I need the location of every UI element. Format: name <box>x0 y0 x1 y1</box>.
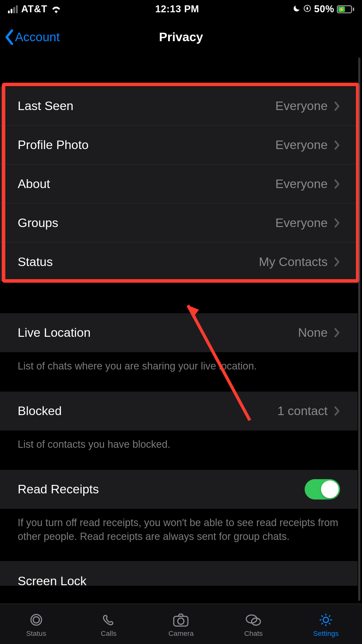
last-seen-label: Last Seen <box>18 99 73 113</box>
clock: 12:13 PM <box>62 3 293 15</box>
tab-settings-label: Settings <box>313 629 338 637</box>
tab-settings[interactable]: Settings <box>290 604 362 644</box>
groups-label: Groups <box>18 216 58 230</box>
status-label: Status <box>18 255 53 269</box>
status-bar: AT&T 12:13 PM 50% ⚡ <box>0 0 362 19</box>
tab-status-label: Status <box>26 629 46 637</box>
svg-point-3 <box>31 614 41 625</box>
screen-lock-row[interactable]: Screen Lock <box>0 561 358 586</box>
about-label: About <box>18 177 50 191</box>
live-location-row[interactable]: Live Location None <box>0 313 358 352</box>
last-seen-row[interactable]: Last Seen Everyone <box>0 87 358 126</box>
phone-icon <box>101 612 117 628</box>
status-icon <box>28 612 44 628</box>
chevron-right-icon <box>334 101 340 111</box>
nav-header: Account Privacy <box>0 19 362 56</box>
scroll-indicator <box>358 58 360 601</box>
back-label: Account <box>15 30 60 44</box>
svg-point-9 <box>323 617 329 622</box>
battery-icon: ⚡ <box>337 5 354 13</box>
blocked-footer: List of contacts you have blocked. <box>0 430 358 461</box>
live-location-label: Live Location <box>18 326 90 340</box>
camera-icon <box>172 612 190 628</box>
blocked-label: Blocked <box>18 404 62 418</box>
do-not-disturb-icon <box>293 3 301 15</box>
profile-photo-row[interactable]: Profile Photo Everyone <box>0 126 358 165</box>
wifi-icon <box>51 5 62 13</box>
tab-bar: Status Calls Camera Chats Settings <box>0 603 362 644</box>
chevron-right-icon <box>334 218 340 228</box>
chevron-left-icon <box>4 29 14 45</box>
groups-value: Everyone <box>275 216 327 230</box>
chevron-right-icon <box>334 179 340 189</box>
privacy-visibility-group: Last Seen Everyone Profile Photo Everyon… <box>0 87 358 281</box>
tab-chats-label: Chats <box>244 629 263 637</box>
read-receipts-row: Read Receipts <box>0 470 358 509</box>
tab-calls-label: Calls <box>101 629 117 637</box>
about-value: Everyone <box>275 177 327 191</box>
tab-camera[interactable]: Camera <box>145 604 217 644</box>
last-seen-value: Everyone <box>275 99 327 113</box>
gear-icon <box>318 612 334 628</box>
orientation-lock-icon <box>304 3 311 15</box>
blocked-value: 1 contact <box>277 404 328 418</box>
screen-lock-label: Screen Lock <box>18 575 86 586</box>
svg-point-6 <box>178 618 184 624</box>
chevron-right-icon <box>334 406 340 416</box>
tab-calls[interactable]: Calls <box>72 604 145 644</box>
profile-photo-label: Profile Photo <box>18 138 89 152</box>
live-location-footer: List of chats where you are sharing your… <box>0 352 358 383</box>
chevron-right-icon <box>334 140 340 150</box>
read-receipts-toggle[interactable] <box>304 479 340 500</box>
svg-point-4 <box>33 617 39 623</box>
tab-chats[interactable]: Chats <box>217 604 289 644</box>
read-receipts-footer: If you turn off read receipts, you won't… <box>0 509 358 553</box>
chevron-right-icon <box>334 328 340 338</box>
chevron-right-icon <box>334 257 340 267</box>
blocked-row[interactable]: Blocked 1 contact <box>0 391 358 430</box>
about-row[interactable]: About Everyone <box>0 164 358 203</box>
status-value: My Contacts <box>259 255 328 269</box>
profile-photo-value: Everyone <box>275 138 327 152</box>
chats-icon <box>244 612 262 628</box>
battery-percent: 50% <box>314 3 334 15</box>
tab-camera-label: Camera <box>168 629 194 637</box>
live-location-value: None <box>298 326 327 340</box>
carrier-label: AT&T <box>21 3 47 15</box>
cellular-signal-icon <box>8 5 18 13</box>
status-row[interactable]: Status My Contacts <box>0 242 358 281</box>
groups-row[interactable]: Groups Everyone <box>0 203 358 242</box>
tab-status[interactable]: Status <box>0 604 72 644</box>
read-receipts-label: Read Receipts <box>18 482 99 497</box>
page-title: Privacy <box>159 30 203 44</box>
back-button[interactable]: Account <box>4 29 60 45</box>
